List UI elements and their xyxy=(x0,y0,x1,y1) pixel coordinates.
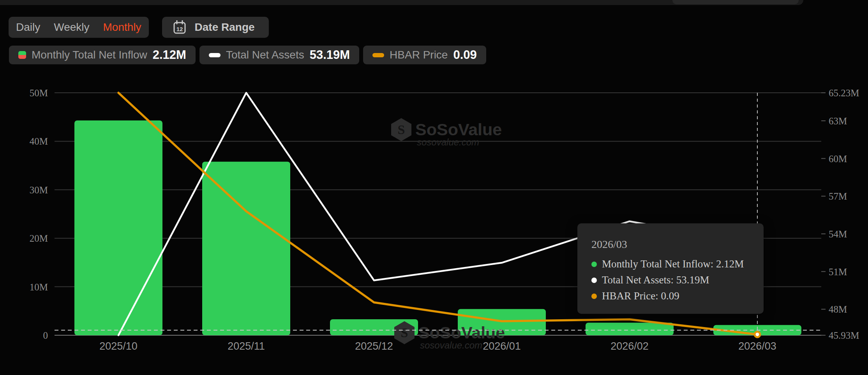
tooltip-row-net-inflow: Monthly Total Net Inflow: 2.12M xyxy=(591,256,764,272)
right-axis-label: 60M xyxy=(829,154,847,164)
right-axis-label: 45.93M xyxy=(829,330,859,341)
tooltip-row-hbar-price: HBAR Price: 0.09 xyxy=(591,288,764,304)
x-axis-label: 2025/12 xyxy=(355,340,393,352)
bar-2025/11 xyxy=(202,162,290,335)
watermark-domain: sosovalue.com xyxy=(417,137,479,147)
watermark-brand: SoSoValue xyxy=(418,323,505,342)
hbar-etf-flow-dashboard: Daily Weekly Monthly 12 Date Range Month… xyxy=(0,0,868,375)
right-axis-label: 63M xyxy=(829,116,847,126)
right-axis-label: 51M xyxy=(829,267,847,277)
hbar-price-latest-dot xyxy=(755,332,760,337)
svg-text:S: S xyxy=(398,122,405,137)
watermark-brand: SoSoValue xyxy=(415,120,502,139)
left-axis-label: 40M xyxy=(30,136,48,147)
tooltip-date: 2026/03 xyxy=(591,238,764,251)
gold-dot-icon xyxy=(591,294,597,299)
x-axis-label: 2026/01 xyxy=(483,340,521,352)
x-axis-label: 2025/10 xyxy=(99,340,138,352)
svg-text:S: S xyxy=(401,325,408,340)
bar-2025/10 xyxy=(74,120,162,335)
left-axis-label: 30M xyxy=(30,185,48,195)
right-axis-label: 65.23M xyxy=(829,88,859,98)
x-axis-label: 2025/11 xyxy=(228,340,265,352)
bar-2026/02 xyxy=(586,323,674,335)
x-axis-label: 2026/02 xyxy=(610,340,649,352)
right-axis-label: 54M xyxy=(829,229,847,239)
right-axis-label: 48M xyxy=(829,304,847,315)
left-axis-label: 50M xyxy=(30,88,48,98)
left-axis-label: 20M xyxy=(30,233,48,244)
watermark-domain: sosovalue.com xyxy=(420,340,482,350)
green-dot-icon xyxy=(591,262,597,267)
white-dot-icon xyxy=(591,278,597,283)
right-axis-label: 57M xyxy=(829,191,847,202)
sosovalue-watermark: SSoSoValuesosovalue.com xyxy=(391,118,502,147)
x-axis-label: 2026/03 xyxy=(738,340,776,352)
left-axis-label: 0 xyxy=(43,330,48,341)
left-axis-label: 10M xyxy=(30,282,48,292)
chart-canvas[interactable]: 010M20M30M40M50M45.93M48M51M54M57M60M63M… xyxy=(0,0,868,375)
chart-tooltip: 2026/03 Monthly Total Net Inflow: 2.12M … xyxy=(577,223,764,314)
tooltip-row-net-assets: Total Net Assets: 53.19M xyxy=(591,272,764,288)
